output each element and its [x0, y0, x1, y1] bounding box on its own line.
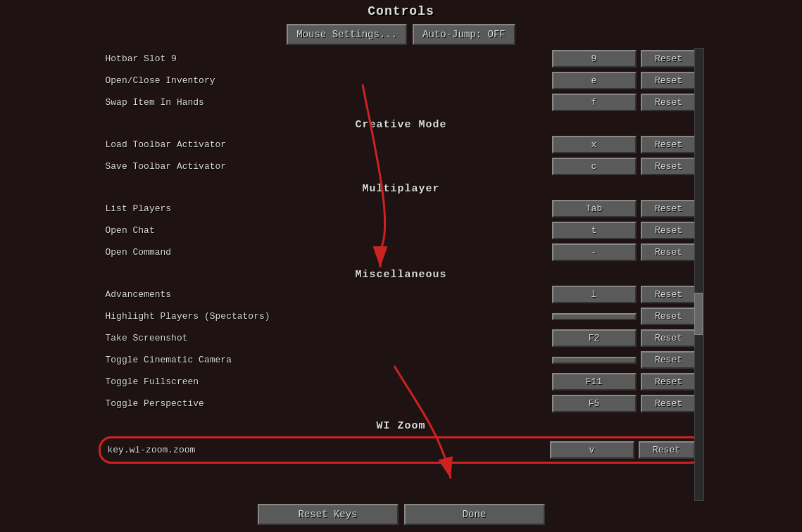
key-binding-area: v Reset: [547, 441, 695, 459]
section-wi-zoom: WI Zoom: [99, 414, 704, 435]
page-title: Controls: [368, 4, 434, 18]
control-row-screenshot: Take Screenshot F2 Reset: [99, 327, 704, 349]
control-row: Open/Close Inventory e Reset: [99, 70, 704, 91]
key-cinematic[interactable]: [552, 357, 637, 364]
key-hotbar9[interactable]: 9: [552, 50, 637, 68]
key-binding-area: t Reset: [549, 222, 697, 239]
scrollbar-thumb[interactable]: [694, 293, 703, 335]
key-binding-area: Reset: [549, 351, 697, 369]
key-save-toolbar[interactable]: c: [552, 158, 637, 175]
auto-jump-button[interactable]: Auto-Jump: OFF: [413, 24, 515, 45]
key-binding-area: x Reset: [549, 136, 697, 153]
reset-wi-zoom[interactable]: Reset: [639, 441, 695, 459]
key-load-toolbar[interactable]: x: [552, 136, 637, 153]
control-label: Swap Item In Hands: [106, 97, 549, 108]
key-binding-area: f Reset: [549, 94, 697, 111]
control-label: Toggle Cinematic Camera: [106, 355, 549, 365]
control-row: Hotbar Slot 9 9 Reset: [99, 48, 704, 70]
reset-list-players[interactable]: Reset: [641, 200, 697, 217]
control-row: Toggle Cinematic Camera Reset: [99, 349, 704, 371]
key-binding-area: l Reset: [549, 286, 697, 303]
control-row: Save Toolbar Activator c Reset: [99, 156, 704, 177]
mouse-settings-button[interactable]: Mouse Settings...: [287, 24, 407, 45]
key-open-chat[interactable]: t: [552, 222, 637, 239]
reset-advancements[interactable]: Reset: [641, 286, 697, 303]
top-buttons: Mouse Settings... Auto-Jump: OFF: [287, 24, 515, 45]
key-binding-area: Reset: [549, 308, 697, 325]
key-advancements[interactable]: l: [552, 286, 637, 303]
reset-open-chat[interactable]: Reset: [641, 222, 697, 239]
key-binding-area: c Reset: [549, 158, 697, 175]
reset-screenshot[interactable]: Reset: [641, 329, 697, 347]
control-row: Swap Item In Hands f Reset: [99, 91, 704, 113]
control-row-list-players: List Players Tab Reset: [99, 198, 704, 220]
label-take-screenshot: Take Screenshot: [106, 333, 549, 343]
section-creative-mode: Creative Mode: [99, 113, 704, 134]
key-screenshot[interactable]: F2: [552, 329, 637, 347]
control-label: Load Toolbar Activator: [106, 139, 549, 150]
key-binding-area: e Reset: [549, 72, 697, 89]
reset-load-toolbar[interactable]: Reset: [641, 136, 697, 153]
key-fullscreen[interactable]: F11: [552, 373, 637, 391]
label-list-players: List Players: [106, 203, 549, 214]
label-wi-zoom: key.wi-zoom.zoom: [108, 445, 547, 455]
controls-area: Hotbar Slot 9 9 Reset Open/Close Invento…: [99, 48, 704, 501]
control-row: Open Chat t Reset: [99, 220, 704, 241]
control-label: Toggle Fullscreen: [106, 376, 549, 387]
key-binding-area: - Reset: [549, 243, 697, 261]
key-highlight-players[interactable]: [552, 313, 637, 320]
key-perspective[interactable]: F5: [552, 395, 637, 412]
key-wi-zoom[interactable]: v: [550, 441, 634, 459]
reset-open-command[interactable]: Reset: [641, 243, 697, 261]
key-binding-area: F11 Reset: [549, 373, 697, 391]
control-row: Toggle Perspective F5 Reset: [99, 393, 704, 414]
control-label: Open Command: [106, 247, 549, 258]
key-open-command[interactable]: -: [552, 243, 637, 261]
control-label: Open Chat: [106, 225, 549, 236]
control-label: Advancements: [106, 289, 549, 300]
reset-hotbar9[interactable]: Reset: [641, 50, 697, 68]
key-binding-area: F2 Reset: [549, 329, 697, 347]
key-binding-area: 9 Reset: [549, 50, 697, 68]
key-list-players[interactable]: Tab: [552, 200, 637, 217]
done-button[interactable]: Done: [404, 504, 545, 525]
reset-fullscreen[interactable]: Reset: [641, 373, 697, 391]
control-label: Hotbar Slot 9: [106, 53, 549, 64]
section-multiplayer: Multiplayer: [99, 177, 704, 198]
control-label: Save Toolbar Activator: [106, 161, 549, 172]
controls-list: Hotbar Slot 9 9 Reset Open/Close Invento…: [99, 48, 704, 464]
control-row: Load Toolbar Activator x Reset: [99, 134, 704, 156]
control-row: Toggle Fullscreen F11 Reset: [99, 371, 704, 393]
control-row: Highlight Players (Spectators) Reset: [99, 305, 704, 327]
bottom-buttons: Reset Keys Done: [258, 504, 545, 525]
scrollbar[interactable]: [694, 48, 704, 501]
key-binding-area: F5 Reset: [549, 395, 697, 412]
control-label: Open/Close Inventory: [106, 75, 549, 86]
control-row-wi-zoom: key.wi-zoom.zoom v Reset: [99, 436, 704, 464]
reset-swap[interactable]: Reset: [641, 94, 697, 111]
key-inventory[interactable]: e: [552, 72, 637, 89]
control-row: Open Command - Reset: [99, 241, 704, 263]
reset-save-toolbar[interactable]: Reset: [641, 158, 697, 175]
scroll-content: Hotbar Slot 9 9 Reset Open/Close Invento…: [99, 48, 704, 501]
control-label: Toggle Perspective: [106, 398, 549, 409]
reset-inventory[interactable]: Reset: [641, 72, 697, 89]
key-swap[interactable]: f: [552, 94, 637, 111]
section-miscellaneous: Miscellaneous: [99, 263, 704, 284]
reset-perspective[interactable]: Reset: [641, 395, 697, 412]
main-container: Controls Mouse Settings... Auto-Jump: OF…: [0, 0, 802, 532]
reset-highlight-players[interactable]: Reset: [641, 308, 697, 325]
control-label: Highlight Players (Spectators): [106, 311, 549, 322]
key-binding-area: Tab Reset: [549, 200, 697, 217]
control-row: Advancements l Reset: [99, 284, 704, 305]
reset-cinematic[interactable]: Reset: [641, 351, 697, 369]
reset-keys-button[interactable]: Reset Keys: [258, 504, 399, 525]
